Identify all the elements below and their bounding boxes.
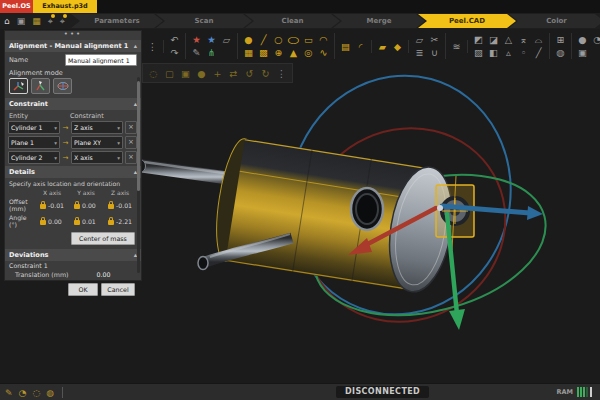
scissors-cut-icon[interactable]: ✂	[428, 33, 441, 46]
lock-icon[interactable]	[40, 220, 46, 225]
sphere-primitive-icon[interactable]: ⊕	[272, 46, 285, 59]
entity-stack-icon[interactable]: ▣	[576, 46, 589, 59]
workflow-step-color[interactable]: Color	[509, 14, 600, 28]
patch-partial-icon[interactable]: ◪	[487, 33, 500, 46]
boundary-tool-icon[interactable]: ⌓	[532, 33, 545, 46]
deviations-section-header[interactable]: Deviations ▴	[5, 249, 141, 261]
ok-button[interactable]: OK	[68, 283, 98, 296]
center-of-mass-button[interactable]: Center of mass	[71, 232, 135, 245]
ellipse-primitive-icon[interactable]: ○	[284, 33, 304, 46]
entity-sphere-icon[interactable]: ●	[576, 33, 589, 46]
lock-icon[interactable]	[40, 204, 46, 209]
angle-y-value[interactable]: 0.01	[82, 218, 96, 225]
checker-select-icon[interactable]: ⊞	[554, 33, 567, 46]
offset-y-value[interactable]: 0.00	[82, 202, 96, 209]
fillet-icon[interactable]: ◜	[354, 40, 367, 53]
best-fit-align-icon[interactable]: ★	[190, 33, 203, 46]
app-tab[interactable]: Peel.OS	[0, 0, 33, 13]
layers-icon[interactable]: ≣	[413, 46, 426, 59]
entity-dropdown[interactable]: Plane 1 ▾	[8, 136, 60, 149]
calibration-board-icon[interactable]: ▣	[17, 13, 26, 29]
arc-primitive-icon[interactable]: ◠	[317, 33, 330, 46]
selection-toolbar-handle-icon[interactable]: ⋮	[275, 67, 288, 80]
constraint-dropdown[interactable]: Plane XY ▾	[71, 136, 123, 149]
lock-icon[interactable]	[74, 220, 80, 225]
constraint-dropdown[interactable]: Z axis ▾	[71, 121, 123, 134]
redo-icon[interactable]: ↷	[168, 46, 181, 59]
cad-box-icon[interactable]: ▱	[220, 33, 233, 46]
small-triangle-tool-icon[interactable]: ▵	[502, 46, 515, 59]
move-selection-icon[interactable]: +	[211, 67, 224, 80]
rotate-cw-icon[interactable]: ↻	[259, 67, 272, 80]
scan-target-icon[interactable]: ▦	[32, 13, 41, 29]
workflow-step-merge[interactable]: Merge	[333, 14, 425, 28]
rectangle-primitive-icon[interactable]: ▭	[302, 33, 315, 46]
delete-constraint-button[interactable]: ×	[125, 151, 137, 164]
soft-select-icon[interactable]: ◍	[554, 46, 567, 59]
edit-pen-icon[interactable]: ✎	[190, 46, 203, 59]
cancel-button[interactable]: Cancel	[101, 283, 135, 296]
constraint-dropdown[interactable]: X axis ▾	[71, 151, 123, 164]
mesh-tool-icon[interactable]: ◍	[46, 388, 54, 398]
lasso-select-icon[interactable]: ◌	[147, 67, 160, 80]
defeature-dot-icon[interactable]: ◦	[517, 46, 530, 59]
rect-select-icon[interactable]: ▢	[163, 67, 176, 80]
scanner-device-icon[interactable]: ⌖	[48, 13, 53, 29]
mesh-plane-icon[interactable]: ▩	[257, 46, 270, 59]
point-primitive-icon[interactable]: ●	[242, 33, 255, 46]
surface-bend-icon[interactable]: ◆	[391, 40, 404, 53]
target-align-icon[interactable]: ★	[205, 33, 218, 46]
bridge-tool-icon[interactable]: ⌅	[517, 33, 530, 46]
target-tool-icon[interactable]: ◌	[32, 388, 40, 398]
rotate-ccw-icon[interactable]: ↺	[243, 67, 256, 80]
copy-mesh-icon[interactable]: ▱	[413, 33, 426, 46]
toolbar-handle-icon[interactable]: ⋮	[146, 40, 159, 53]
entity-dropdown[interactable]: Cylinder 1 ▾	[8, 121, 60, 134]
delete-constraint-button[interactable]: ×	[125, 136, 137, 149]
workflow-step-scan[interactable]: Scan	[156, 14, 252, 28]
workflow-step-parameters[interactable]: Parameters	[71, 14, 163, 28]
panel-drag-handle[interactable]: •••	[5, 31, 141, 39]
rect-select-filled-icon[interactable]: ▣	[179, 67, 192, 80]
entity-mesh-icon[interactable]: ◔	[591, 33, 600, 46]
delete-constraint-button[interactable]: ×	[125, 121, 137, 134]
details-section-header[interactable]: Details ▴	[5, 166, 141, 178]
alignment-name-input[interactable]	[65, 54, 137, 66]
slice-tool-icon[interactable]: ╱	[532, 46, 545, 59]
angle-x-value[interactable]: 0.00	[48, 218, 62, 225]
stack-patch-icon[interactable]: ▨	[472, 46, 485, 59]
axes-tree-icon[interactable]: ⋔	[205, 46, 218, 59]
spline-primitive-icon[interactable]: ∿	[317, 46, 330, 59]
workflow-step-clean[interactable]: Clean	[245, 14, 340, 28]
grid-plane-icon[interactable]: ▦	[242, 46, 255, 59]
torus-primitive-icon[interactable]: ◎	[302, 46, 315, 59]
brush-select-icon[interactable]: ●	[195, 67, 208, 80]
offset-x-value[interactable]: -0.01	[48, 202, 64, 209]
fill-region-icon[interactable]: ◧	[487, 46, 500, 59]
mode-entity-align-button[interactable]	[9, 78, 28, 94]
patch-holes-icon[interactable]: ◩	[472, 33, 485, 46]
offset-z-value[interactable]: -0.01	[116, 202, 132, 209]
home-icon[interactable]: ⌂	[4, 13, 10, 29]
mode-point-pairs-button[interactable]	[31, 78, 50, 94]
boolean-merge-icon[interactable]: ∪	[428, 46, 441, 59]
constraint-section-header[interactable]: Constraint ▴	[5, 98, 141, 110]
lock-icon[interactable]	[74, 204, 80, 209]
panel-scrollbar[interactable]	[137, 77, 140, 273]
flip-selection-icon[interactable]: ⇄	[227, 67, 240, 80]
cone-primitive-icon[interactable]: ▲	[287, 46, 300, 59]
angle-z-value[interactable]: -2.21	[116, 218, 132, 225]
entity-dropdown[interactable]: Cylinder 2 ▾	[8, 151, 60, 164]
undo-icon[interactable]: ↶	[168, 33, 181, 46]
measure-tool-icon[interactable]: ◔	[19, 388, 27, 398]
alignment-section-header[interactable]: Alignment - Manual alignment 1 ▴	[5, 40, 141, 52]
line-primitive-icon[interactable]: ╱	[257, 33, 270, 46]
draw-tool-icon[interactable]: ✎	[5, 388, 13, 398]
triangle-tool-icon[interactable]: △	[502, 33, 515, 46]
file-tab[interactable]: Exhaust.p3d	[33, 0, 97, 13]
lock-icon[interactable]	[108, 220, 114, 225]
collapse-icon[interactable]: ▴	[134, 40, 137, 52]
workflow-step-peel-cad[interactable]: Peel.CAD	[418, 14, 516, 28]
smooth-spray-icon[interactable]: ≋	[450, 40, 463, 53]
lock-icon[interactable]	[108, 204, 114, 209]
